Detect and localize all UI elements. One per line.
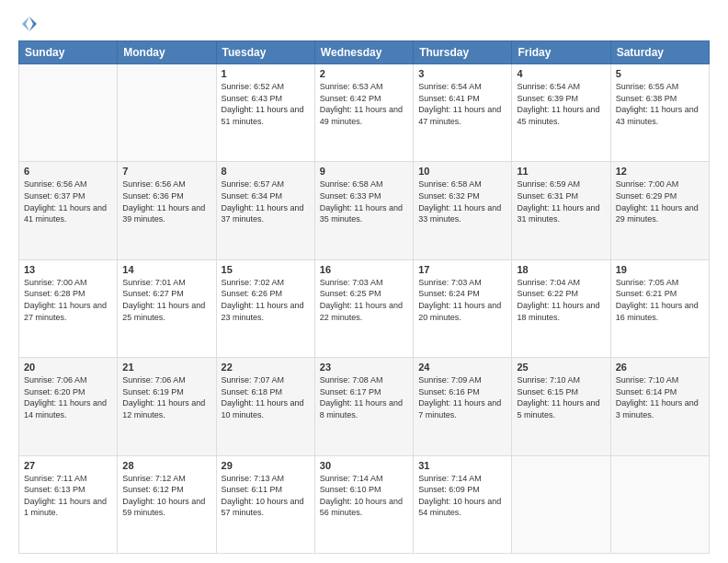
calendar-cell: 19Sunrise: 7:05 AM Sunset: 6:21 PM Dayli… <box>610 259 709 357</box>
page: Sunday Monday Tuesday Wednesday Thursday… <box>0 0 728 563</box>
day-info: Sunrise: 6:59 AM Sunset: 6:31 PM Dayligh… <box>517 178 605 224</box>
day-info: Sunrise: 6:58 AM Sunset: 6:32 PM Dayligh… <box>418 178 506 224</box>
calendar-cell: 31Sunrise: 7:14 AM Sunset: 6:09 PM Dayli… <box>414 455 512 553</box>
day-number: 1 <box>222 68 310 79</box>
calendar-week-1: 1Sunrise: 6:52 AM Sunset: 6:43 PM Daylig… <box>19 64 710 162</box>
day-info: Sunrise: 7:04 AM Sunset: 6:22 PM Dayligh… <box>517 277 605 323</box>
col-monday: Monday <box>118 41 216 64</box>
day-number: 31 <box>418 460 506 471</box>
calendar-cell: 18Sunrise: 7:04 AM Sunset: 6:22 PM Dayli… <box>512 259 610 357</box>
day-info: Sunrise: 7:13 AM Sunset: 6:11 PM Dayligh… <box>222 473 310 519</box>
calendar-cell: 27Sunrise: 7:11 AM Sunset: 6:13 PM Dayli… <box>19 455 118 553</box>
day-number: 6 <box>24 166 112 177</box>
calendar-cell: 20Sunrise: 7:06 AM Sunset: 6:20 PM Dayli… <box>19 358 118 455</box>
day-info: Sunrise: 7:03 AM Sunset: 6:25 PM Dayligh… <box>320 277 408 323</box>
logo <box>18 15 40 33</box>
calendar-cell: 21Sunrise: 7:06 AM Sunset: 6:19 PM Dayli… <box>118 358 216 455</box>
day-info: Sunrise: 7:01 AM Sunset: 6:27 PM Dayligh… <box>122 277 210 323</box>
day-number: 15 <box>222 264 310 275</box>
day-info: Sunrise: 7:07 AM Sunset: 6:18 PM Dayligh… <box>222 374 310 420</box>
day-number: 7 <box>122 166 210 177</box>
col-saturday: Saturday <box>610 41 709 64</box>
calendar-cell: 2Sunrise: 6:53 AM Sunset: 6:42 PM Daylig… <box>314 64 413 162</box>
calendar-cell: 7Sunrise: 6:56 AM Sunset: 6:36 PM Daylig… <box>118 162 216 259</box>
calendar-cell <box>512 455 610 553</box>
calendar-cell: 15Sunrise: 7:02 AM Sunset: 6:26 PM Dayli… <box>216 259 314 357</box>
calendar-cell: 14Sunrise: 7:01 AM Sunset: 6:27 PM Dayli… <box>118 259 216 357</box>
col-tuesday: Tuesday <box>216 41 314 64</box>
day-info: Sunrise: 7:08 AM Sunset: 6:17 PM Dayligh… <box>320 374 408 420</box>
col-thursday: Thursday <box>414 41 512 64</box>
calendar-cell: 24Sunrise: 7:09 AM Sunset: 6:16 PM Dayli… <box>414 358 512 455</box>
day-number: 14 <box>122 264 210 275</box>
day-info: Sunrise: 7:12 AM Sunset: 6:12 PM Dayligh… <box>122 473 210 519</box>
calendar-cell: 25Sunrise: 7:10 AM Sunset: 6:15 PM Dayli… <box>512 358 610 455</box>
calendar-cell: 13Sunrise: 7:00 AM Sunset: 6:28 PM Dayli… <box>19 259 118 357</box>
logo-icon <box>20 15 39 33</box>
day-number: 4 <box>517 68 605 79</box>
day-number: 2 <box>320 68 408 79</box>
day-number: 23 <box>320 362 408 373</box>
day-info: Sunrise: 6:58 AM Sunset: 6:33 PM Dayligh… <box>320 178 408 224</box>
calendar-cell <box>610 455 709 553</box>
header <box>18 15 710 33</box>
day-info: Sunrise: 7:00 AM Sunset: 6:28 PM Dayligh… <box>24 277 112 323</box>
calendar-cell: 9Sunrise: 6:58 AM Sunset: 6:33 PM Daylig… <box>314 162 413 259</box>
day-number: 10 <box>418 166 506 177</box>
day-number: 18 <box>517 264 605 275</box>
day-number: 26 <box>616 362 704 373</box>
svg-marker-0 <box>29 17 37 31</box>
calendar-cell: 29Sunrise: 7:13 AM Sunset: 6:11 PM Dayli… <box>216 455 314 553</box>
day-number: 30 <box>320 460 408 471</box>
day-info: Sunrise: 7:03 AM Sunset: 6:24 PM Dayligh… <box>418 277 506 323</box>
day-number: 27 <box>24 460 112 471</box>
day-number: 24 <box>418 362 506 373</box>
day-number: 19 <box>616 264 704 275</box>
day-info: Sunrise: 6:54 AM Sunset: 6:41 PM Dayligh… <box>418 81 506 127</box>
calendar-cell: 11Sunrise: 6:59 AM Sunset: 6:31 PM Dayli… <box>512 162 610 259</box>
calendar-cell: 17Sunrise: 7:03 AM Sunset: 6:24 PM Dayli… <box>414 259 512 357</box>
day-number: 29 <box>222 460 310 471</box>
calendar-cell: 22Sunrise: 7:07 AM Sunset: 6:18 PM Dayli… <box>216 358 314 455</box>
day-number: 17 <box>418 264 506 275</box>
calendar-cell: 6Sunrise: 6:56 AM Sunset: 6:37 PM Daylig… <box>19 162 118 259</box>
day-info: Sunrise: 7:00 AM Sunset: 6:29 PM Dayligh… <box>616 178 704 224</box>
day-info: Sunrise: 6:56 AM Sunset: 6:37 PM Dayligh… <box>24 178 112 224</box>
day-info: Sunrise: 7:10 AM Sunset: 6:14 PM Dayligh… <box>616 374 704 420</box>
calendar: Sunday Monday Tuesday Wednesday Thursday… <box>18 40 710 554</box>
calendar-cell: 1Sunrise: 6:52 AM Sunset: 6:43 PM Daylig… <box>216 64 314 162</box>
calendar-cell: 10Sunrise: 6:58 AM Sunset: 6:32 PM Dayli… <box>414 162 512 259</box>
calendar-cell: 4Sunrise: 6:54 AM Sunset: 6:39 PM Daylig… <box>512 64 610 162</box>
day-number: 13 <box>24 264 112 275</box>
col-sunday: Sunday <box>19 41 118 64</box>
calendar-cell: 26Sunrise: 7:10 AM Sunset: 6:14 PM Dayli… <box>610 358 709 455</box>
day-info: Sunrise: 6:52 AM Sunset: 6:43 PM Dayligh… <box>222 81 310 127</box>
calendar-cell: 5Sunrise: 6:55 AM Sunset: 6:38 PM Daylig… <box>610 64 709 162</box>
day-info: Sunrise: 7:14 AM Sunset: 6:09 PM Dayligh… <box>418 473 506 519</box>
calendar-week-5: 27Sunrise: 7:11 AM Sunset: 6:13 PM Dayli… <box>19 455 710 553</box>
day-info: Sunrise: 7:05 AM Sunset: 6:21 PM Dayligh… <box>616 277 704 323</box>
day-info: Sunrise: 7:11 AM Sunset: 6:13 PM Dayligh… <box>24 473 112 519</box>
day-info: Sunrise: 6:55 AM Sunset: 6:38 PM Dayligh… <box>616 81 704 127</box>
svg-marker-1 <box>22 17 29 31</box>
calendar-week-4: 20Sunrise: 7:06 AM Sunset: 6:20 PM Dayli… <box>19 358 710 455</box>
day-info: Sunrise: 6:54 AM Sunset: 6:39 PM Dayligh… <box>517 81 605 127</box>
calendar-cell: 3Sunrise: 6:54 AM Sunset: 6:41 PM Daylig… <box>414 64 512 162</box>
day-number: 28 <box>122 460 210 471</box>
day-number: 16 <box>320 264 408 275</box>
calendar-cell: 28Sunrise: 7:12 AM Sunset: 6:12 PM Dayli… <box>118 455 216 553</box>
calendar-week-3: 13Sunrise: 7:00 AM Sunset: 6:28 PM Dayli… <box>19 259 710 357</box>
day-number: 11 <box>517 166 605 177</box>
calendar-header-row: Sunday Monday Tuesday Wednesday Thursday… <box>19 41 710 64</box>
calendar-cell <box>19 64 118 162</box>
day-number: 8 <box>222 166 310 177</box>
day-number: 21 <box>122 362 210 373</box>
col-wednesday: Wednesday <box>314 41 413 64</box>
day-number: 9 <box>320 166 408 177</box>
calendar-week-2: 6Sunrise: 6:56 AM Sunset: 6:37 PM Daylig… <box>19 162 710 259</box>
calendar-cell: 23Sunrise: 7:08 AM Sunset: 6:17 PM Dayli… <box>314 358 413 455</box>
day-info: Sunrise: 6:53 AM Sunset: 6:42 PM Dayligh… <box>320 81 408 127</box>
col-friday: Friday <box>512 41 610 64</box>
day-info: Sunrise: 6:57 AM Sunset: 6:34 PM Dayligh… <box>222 178 310 224</box>
calendar-cell: 30Sunrise: 7:14 AM Sunset: 6:10 PM Dayli… <box>314 455 413 553</box>
